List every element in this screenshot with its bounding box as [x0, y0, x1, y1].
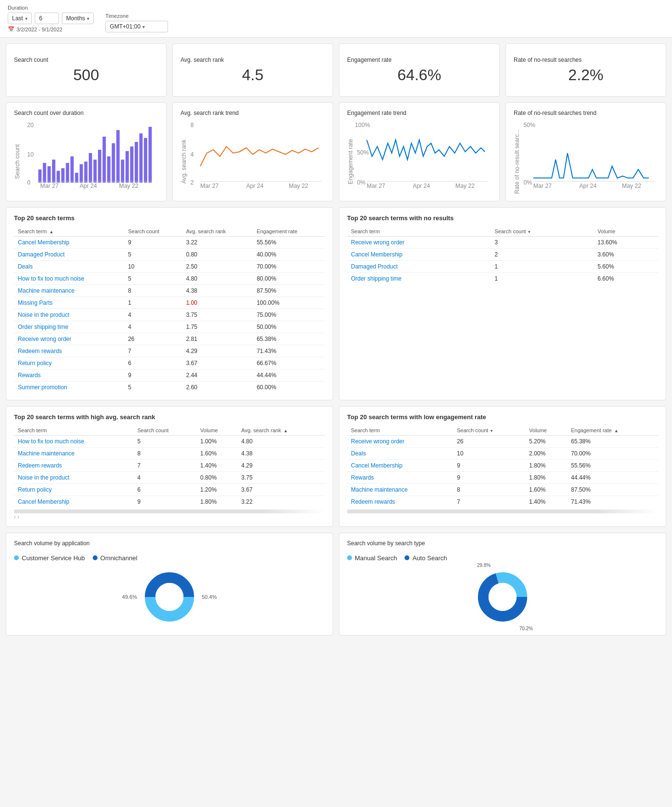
svg-rect-4 — [38, 170, 42, 183]
col-hr-count[interactable]: Search count — [133, 425, 196, 436]
timezone-select[interactable]: GMT+01:00 ▾ — [105, 21, 168, 32]
table-row: Return policy63.6766.67% — [14, 357, 325, 369]
col-nr-volume[interactable]: Volume — [594, 227, 658, 237]
svg-text:Engagement rate: Engagement rate — [347, 139, 354, 184]
svg-text:Apr 24: Apr 24 — [246, 183, 264, 189]
table-row: How to fix too much noise54.8080.00% — [14, 272, 325, 284]
scroll-arrows: ‹ › — [14, 514, 325, 520]
svg-text:May 22: May 22 — [119, 183, 138, 189]
col-le-engagement[interactable]: Engagement rate ▲ — [567, 425, 658, 436]
scrollbar-hint[interactable] — [14, 510, 325, 513]
chart-search-count: Search count over duration Search count … — [6, 102, 167, 201]
tables-row-2: Top 20 search terms with high avg. searc… — [6, 406, 666, 527]
sort-le-count: ▾ — [490, 428, 493, 433]
svg-text:Mar 27: Mar 27 — [533, 183, 552, 189]
donut-searchtype-card: Search volume by search type Manual Sear… — [339, 533, 666, 636]
table-row: Machine maintenance81.60%4.38 — [14, 447, 325, 459]
table-row: Missing Parts11.00100.00% — [14, 297, 325, 309]
tables-row-1: Top 20 search terms Search term ▲ Search… — [6, 207, 666, 400]
svg-text:May 22: May 22 — [455, 183, 475, 189]
top20-terms-table-wrapper[interactable]: Search term ▲ Search count Avg. search r… — [14, 227, 325, 393]
table-row: Receive wrong order265.20%65.38% — [347, 435, 658, 447]
donut-app-chart: 49.6% 50.4% — [14, 566, 325, 628]
last-select[interactable]: Last ▾ — [8, 13, 32, 24]
table-row: Damaged Product15.60% — [347, 260, 658, 272]
top20-high-rank-card: Top 20 search terms with high avg. searc… — [6, 406, 333, 527]
metric-no-result: Rate of no-result searches 2.2% — [505, 43, 666, 97]
legend-dot-csh — [14, 555, 19, 560]
svg-rect-22 — [121, 160, 125, 183]
col-le-term[interactable]: Search term — [347, 425, 453, 436]
sort-nr-count: ▾ — [528, 229, 531, 234]
col-engagement[interactable]: Engagement rate — [253, 227, 325, 237]
metric-title-3: Rate of no-result searches — [514, 57, 658, 63]
svg-text:May 22: May 22 — [289, 183, 308, 189]
col-hr-rank[interactable]: Avg. search rank ▲ — [238, 425, 325, 436]
count-select[interactable]: 6 — [35, 13, 59, 24]
sort-le-engagement: ▲ — [614, 428, 618, 433]
metric-value-3: 2.2% — [514, 66, 658, 84]
date-range: 📅 3/2/2022 - 9/1/2022 — [8, 26, 94, 32]
donut-app-right-label: 50.4% — [202, 594, 217, 600]
top20-terms-title: Top 20 search terms — [14, 214, 325, 222]
svg-rect-25 — [135, 142, 138, 183]
scrollbar-hint-2[interactable] — [347, 510, 658, 513]
table-row: Damaged Product50.8040.00% — [14, 248, 325, 260]
table-row: Deals102.5070.00% — [14, 260, 325, 272]
col-nr-count[interactable]: Search count ▾ — [491, 227, 594, 237]
svg-rect-5 — [43, 163, 46, 183]
col-search-count[interactable]: Search count — [124, 227, 182, 237]
metric-engagement: Engagement rate 64.6% — [339, 43, 500, 97]
top20-no-results-table-wrapper[interactable]: Search term Search count ▾ Volume Receiv… — [347, 227, 658, 284]
donut-type-title: Search volume by search type — [347, 540, 658, 547]
donut-type-chart: 29.8% 70.2% — [347, 566, 658, 628]
legend-dot-omni — [93, 555, 98, 560]
col-nr-term[interactable]: Search term — [347, 227, 491, 237]
top20-no-results-table: Search term Search count ▾ Volume Receiv… — [347, 227, 658, 284]
svg-text:Apr 24: Apr 24 — [413, 183, 430, 189]
chart-no-result-trend: Rate of no-result searches trend Rate of… — [505, 102, 666, 201]
top20-high-rank-table-wrapper[interactable]: Search term Search count Volume Avg. sea… — [14, 425, 325, 520]
col-hr-volume[interactable]: Volume — [196, 425, 238, 436]
donut-type-container: 29.8% 70.2% — [476, 570, 529, 623]
svg-text:Mar 27: Mar 27 — [40, 183, 58, 189]
last-arrow-icon: ▾ — [25, 16, 28, 21]
metric-value-2: 64.6% — [347, 66, 491, 84]
timezone-label: Timezone — [105, 13, 168, 19]
svg-rect-27 — [144, 138, 147, 183]
col-le-count[interactable]: Search count ▾ — [453, 425, 526, 436]
table-row: Machine maintenance81.60%87.50% — [347, 483, 658, 496]
donut-app-title: Search volume by application — [14, 540, 325, 547]
svg-text:Mar 27: Mar 27 — [367, 183, 385, 189]
table-row: Receive wrong order313.60% — [347, 236, 658, 248]
legend-item-omni: Omnichannel — [93, 554, 138, 562]
svg-rect-7 — [52, 160, 56, 183]
chart-title-1: Avg. search rank trend — [181, 110, 325, 116]
bar-chart-svg: Search count 20 10 0 — [14, 120, 158, 193]
metric-search-count: Search count 500 — [6, 43, 167, 97]
col-hr-term[interactable]: Search term — [14, 425, 133, 436]
svg-rect-23 — [126, 151, 129, 183]
chart-title-0: Search count over duration — [14, 110, 158, 116]
svg-text:0: 0 — [27, 179, 30, 186]
svg-rect-18 — [102, 137, 106, 183]
svg-text:10: 10 — [27, 151, 34, 158]
donut-app-left-label: 49.6% — [122, 594, 137, 600]
svg-point-58 — [155, 583, 183, 611]
legend-dot-auto — [405, 555, 409, 560]
col-search-term[interactable]: Search term ▲ — [14, 227, 124, 237]
svg-text:2: 2 — [190, 179, 194, 186]
svg-text:Mar 27: Mar 27 — [200, 183, 219, 189]
svg-point-61 — [489, 583, 517, 611]
svg-rect-10 — [66, 163, 69, 183]
table-row: Return policy61.20%3.67 — [14, 483, 325, 496]
col-avg-rank[interactable]: Avg. search rank — [182, 227, 252, 237]
col-le-volume[interactable]: Volume — [525, 425, 567, 436]
chart-avg-rank: Avg. search rank trend Avg. search rank … — [172, 102, 333, 201]
donut-application-card: Search volume by application Customer Se… — [6, 533, 333, 636]
table-row: Redeem rewards71.40%4.29 — [14, 459, 325, 471]
top20-low-engagement-table-wrapper[interactable]: Search term Search count ▾ Volume Engage… — [347, 425, 658, 513]
table-row: Cancel Membership23.60% — [347, 248, 658, 260]
top-bar: Duration Last ▾ 6 Months ▾ 📅 3/2/2022 - … — [0, 0, 672, 38]
period-select[interactable]: Months ▾ — [62, 13, 94, 24]
